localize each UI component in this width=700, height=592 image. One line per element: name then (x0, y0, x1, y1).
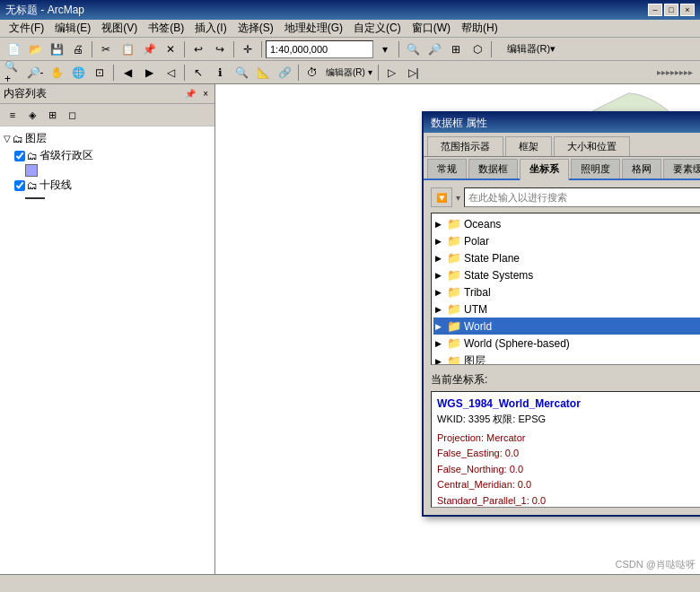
maximize-button[interactable]: □ (664, 4, 678, 16)
delete-button[interactable]: ✕ (161, 39, 180, 59)
window-controls[interactable]: – □ × (648, 4, 695, 16)
menu-help[interactable]: 帮助(H) (456, 19, 503, 38)
editor-btn[interactable]: 编辑器(R)▾ (495, 39, 567, 59)
tab-extent-indicator[interactable]: 范围指示器 (427, 136, 503, 156)
tab-coordinate-system[interactable]: 坐标系 (520, 159, 569, 180)
menu-insert[interactable]: 插入(I) (189, 19, 232, 38)
zoom-in-btn2[interactable]: 🔍+ (4, 63, 23, 83)
scale-input[interactable] (266, 40, 373, 58)
tree-item-utm[interactable]: ▶ 📁 UTM (433, 300, 700, 318)
menu-geoprocessing[interactable]: 地理处理(G) (279, 19, 348, 38)
layer1-icon: 🗂 (27, 150, 38, 162)
expand-layers[interactable]: ▽ (4, 134, 11, 144)
extra1[interactable]: ▷ (382, 63, 402, 83)
layer2-checkbox[interactable] (14, 180, 25, 191)
expand-state-plane[interactable]: ▶ (435, 254, 444, 263)
toc-visible-btn[interactable]: ⊞ (43, 106, 61, 124)
expand-layers-tree[interactable]: ▶ (435, 357, 444, 366)
full-extent-button[interactable]: ⊞ (446, 39, 466, 59)
measure-btn[interactable]: 📐 (253, 63, 273, 83)
menu-customize[interactable]: 自定义(C) (348, 19, 407, 38)
search-input[interactable] (464, 187, 700, 207)
layer1-item[interactable]: 🗂 省级行政区 (14, 147, 211, 164)
menu-file[interactable]: 文件(F) (4, 19, 49, 38)
expand-utm[interactable]: ▶ (435, 305, 444, 314)
extra2[interactable]: ▷| (404, 63, 424, 83)
select-tool[interactable]: ↖ (188, 63, 208, 83)
pan-left[interactable]: ◁ (161, 63, 180, 83)
hyperlink-btn[interactable]: 🔗 (275, 63, 294, 83)
extent-full[interactable]: ⊡ (90, 63, 109, 83)
forward-button[interactable]: ▶ (139, 63, 159, 83)
expand-state-systems[interactable]: ▶ (435, 271, 444, 280)
toc-content: ▽ 🗂 图层 🗂 省级行政区 🗂 十段线 (0, 126, 214, 576)
tree-item-polar[interactable]: ▶ 📁 Polar (433, 232, 700, 249)
layer1-checkbox[interactable] (14, 151, 25, 161)
toc-list-btn[interactable]: ≡ (4, 106, 22, 124)
crs-wkid: WKID: 3395 权限: EPSG (437, 412, 700, 427)
back-button[interactable]: ◀ (118, 63, 137, 83)
toc-layer-btn[interactable]: ◈ (23, 106, 41, 124)
menu-select[interactable]: 选择(S) (232, 19, 279, 38)
copy-button[interactable]: 📋 (118, 39, 137, 59)
status-bar (0, 574, 700, 592)
tree-item-layers[interactable]: ▶ 📁 图层 (433, 352, 700, 365)
redo-button[interactable]: ↪ (210, 39, 230, 59)
expand-polar[interactable]: ▶ (435, 237, 444, 246)
tree-item-world[interactable]: ▶ 📁 World (433, 318, 700, 335)
menu-window[interactable]: 窗口(W) (407, 19, 456, 38)
separator9 (298, 65, 299, 81)
pan-button[interactable]: ✋ (47, 63, 66, 83)
zoom-out-button[interactable]: 🔎 (424, 39, 444, 59)
sidebar: 内容列表 📌 × ≡ ◈ ⊞ ◻ ▽ 🗂 图层 🗂 (0, 84, 215, 576)
sidebar-title: 内容列表 (4, 86, 47, 101)
tree-item-oceans[interactable]: ▶ 📁 Oceans (433, 215, 700, 232)
identify-btn[interactable]: ℹ (210, 63, 230, 83)
globe-button[interactable]: 🌐 (68, 63, 88, 83)
tree-item-state-systems[interactable]: ▶ 📁 State Systems (433, 266, 700, 283)
tab-illumination[interactable]: 照明度 (571, 159, 620, 178)
minimize-button[interactable]: – (648, 4, 662, 16)
zoom-out-btn2[interactable]: 🔎- (25, 63, 45, 83)
scale-dropdown[interactable]: ▾ (375, 39, 395, 59)
layers-root[interactable]: ▽ 🗂 图层 (4, 130, 211, 147)
expand-oceans[interactable]: ▶ (435, 220, 444, 229)
coordinate-tree-list[interactable]: ▶ 📁 Oceans ▶ 📁 Polar ▶ 📁 State Plane (431, 213, 700, 365)
tab-frame[interactable]: 框架 (505, 136, 552, 156)
separator2 (184, 41, 185, 57)
open-button[interactable]: 📂 (25, 39, 45, 59)
tree-item-state-plane[interactable]: ▶ 📁 State Plane (433, 249, 700, 266)
sidebar-tools[interactable]: 📌 × (182, 88, 211, 100)
layer2-item[interactable]: 🗂 十段线 (14, 177, 211, 194)
tab-size-position[interactable]: 大小和位置 (554, 136, 630, 156)
print-button[interactable]: 🖨 (68, 39, 88, 59)
tree-item-world-sphere[interactable]: ▶ 📁 World (Sphere-based) (433, 335, 700, 352)
new-button[interactable]: 📄 (4, 39, 23, 59)
tree-item-tribal[interactable]: ▶ 📁 Tribal (433, 283, 700, 300)
tab-grid[interactable]: 格网 (622, 159, 661, 178)
close-window-button[interactable]: × (680, 4, 695, 16)
time-btn[interactable]: ⏱ (302, 63, 322, 83)
toc-select-btn[interactable]: ◻ (63, 106, 81, 124)
navigate-button[interactable]: ✛ (238, 39, 258, 59)
filter-button[interactable]: 🔽 (431, 187, 452, 207)
undo-button[interactable]: ↩ (188, 39, 208, 59)
find-btn[interactable]: 🔍 (232, 63, 251, 83)
menu-bookmark[interactable]: 书签(B) (143, 19, 189, 38)
zoom-in-button[interactable]: 🔍 (403, 39, 423, 59)
pin-icon[interactable]: 📌 (182, 88, 198, 100)
menu-edit[interactable]: 编辑(E) (49, 19, 96, 38)
menu-view[interactable]: 视图(V) (96, 19, 143, 38)
expand-world[interactable]: ▶ (435, 322, 444, 331)
tab-dataframe[interactable]: 数据框 (468, 159, 518, 178)
tab-feature-cache[interactable]: 要素缓存 (663, 159, 700, 178)
close-sidebar-btn[interactable]: × (200, 88, 211, 100)
tab-general[interactable]: 常规 (427, 159, 467, 178)
save-button[interactable]: 💾 (47, 39, 66, 59)
expand-world-sphere[interactable]: ▶ (435, 339, 444, 348)
layer-extent-button[interactable]: ⬡ (468, 39, 487, 59)
dropdown-arrow[interactable]: ▾ (456, 193, 460, 203)
cut-button[interactable]: ✂ (96, 39, 116, 59)
expand-tribal[interactable]: ▶ (435, 288, 444, 297)
paste-button[interactable]: 📌 (139, 39, 159, 59)
